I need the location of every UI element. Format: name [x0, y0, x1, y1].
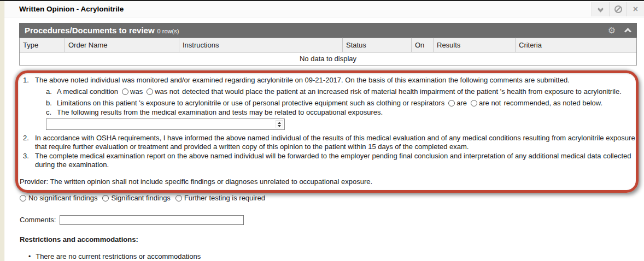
radio-no-significant-findings[interactable]	[20, 195, 26, 201]
written-opinion-form: 1. The above noted individual was monito…	[4, 66, 644, 261]
sub-item-letter: a.	[46, 87, 57, 96]
table-empty-row: No data to display	[20, 52, 637, 66]
disable-window-button[interactable]	[609, 2, 627, 16]
further-testing-label[interactable]: Further testing is required	[184, 194, 265, 203]
restrictions-heading: Restrictions and accommodations:	[20, 235, 635, 244]
item-1a-text-before: A medical condition	[57, 87, 118, 96]
sub-item-letter: c.	[46, 108, 57, 117]
radio-are-not[interactable]	[471, 100, 477, 106]
prohibit-icon	[614, 5, 622, 13]
opinion-item-1a: a. A medical conditionwaswas notdetected…	[46, 87, 635, 96]
column-header-on[interactable]: On	[412, 38, 434, 52]
column-header-type[interactable]: Type	[20, 38, 65, 52]
panel-title: Procedures/Documents to review	[25, 26, 155, 35]
exam-results-input[interactable]	[46, 118, 285, 130]
close-icon: ×	[633, 5, 638, 14]
gear-icon[interactable]: ⚙	[608, 26, 616, 35]
comments-label: Comments:	[20, 216, 56, 224]
opinion-item-1b: b. Limitations on this patient 's exposu…	[46, 99, 635, 108]
procedures-panel-header: Procedures/Documents to review 0 row(s) …	[19, 23, 637, 38]
column-header-instructions[interactable]: Instructions	[179, 38, 343, 52]
provider-note: Provider: The written opinion shall not …	[20, 177, 635, 186]
restriction-item-text: There are no current restrictions or acc…	[36, 252, 201, 260]
radio-was-label[interactable]: was	[130, 87, 143, 96]
item-1a-text-after: detected that would place the patient at…	[182, 87, 622, 96]
item-3-text: The complete medical examination report …	[35, 152, 635, 169]
item-1c-text: The following results from the medical e…	[57, 108, 383, 116]
opinion-item-1c: c. The following results from the medica…	[46, 108, 635, 117]
page-title: Written Opinion - Acrylonitrile	[19, 5, 124, 13]
radio-further-testing[interactable]	[175, 195, 182, 201]
comments-input[interactable]	[60, 215, 244, 225]
item-2-text: In accordance with OSHA requirements, I …	[35, 134, 635, 151]
procedures-panel: Procedures/Documents to review 0 row(s) …	[19, 23, 637, 66]
opinion-item-3: 3. The complete medical examination repo…	[23, 152, 635, 169]
item-1b-text-before: Limitations on this patient 's exposure …	[57, 99, 444, 107]
restrictions-list-item: •There are no current restrictions or ac…	[28, 252, 635, 261]
radio-are[interactable]	[448, 100, 455, 106]
window-titlebar: Written Opinion - Acrylonitrile ×	[4, 1, 644, 17]
close-window-button[interactable]: ×	[627, 2, 644, 16]
window-controls: ×	[592, 2, 644, 16]
comments-row: Comments:	[20, 215, 635, 225]
row-count-badge: 0 row(s)	[157, 28, 179, 34]
item-1-text: The above noted individual was monitored…	[35, 76, 570, 84]
column-header-order-name[interactable]: Order Name	[65, 38, 179, 52]
column-header-criteria[interactable]: Criteria	[516, 38, 637, 52]
spinner-up-icon[interactable]	[278, 122, 281, 124]
sub-item-letter: b.	[46, 99, 57, 108]
column-header-results[interactable]: Results	[434, 38, 516, 52]
item-number: 2.	[23, 134, 35, 151]
collapse-panel-chevron-up-icon[interactable]	[624, 28, 631, 35]
radio-are-not-label[interactable]: are not	[479, 99, 501, 107]
spinner-down-icon[interactable]	[278, 125, 281, 127]
empty-message: No data to display	[20, 52, 637, 66]
item-number: 3.	[23, 152, 35, 169]
findings-radio-group: No significant findings Significant find…	[20, 194, 635, 203]
bullet-icon: •	[28, 253, 31, 260]
spinner-control[interactable]	[276, 120, 283, 128]
radio-significant-findings[interactable]	[102, 195, 109, 201]
radio-was[interactable]	[122, 88, 128, 95]
radio-was-not[interactable]	[147, 88, 153, 95]
significant-findings-label[interactable]: Significant findings	[111, 194, 170, 203]
procedures-table: Type Order Name Instructions Status On R…	[19, 38, 637, 66]
no-significant-findings-label[interactable]: No significant findings	[28, 194, 97, 203]
opinion-item-1: 1. The above noted individual was monito…	[23, 76, 635, 133]
item-number: 1.	[23, 76, 35, 133]
column-header-status[interactable]: Status	[343, 38, 412, 52]
double-chevron-down-icon	[599, 7, 602, 11]
table-header-row: Type Order Name Instructions Status On R…	[20, 38, 637, 52]
collapse-window-button[interactable]	[592, 2, 609, 16]
radio-was-not-label[interactable]: was not	[155, 87, 179, 96]
left-margin-strip	[0, 1, 4, 261]
opinion-item-2: 2. In accordance with OSHA requirements,…	[23, 134, 635, 151]
item-1b-text-after: recommended, as noted below.	[504, 99, 602, 107]
radio-are-label[interactable]: are	[456, 99, 467, 107]
